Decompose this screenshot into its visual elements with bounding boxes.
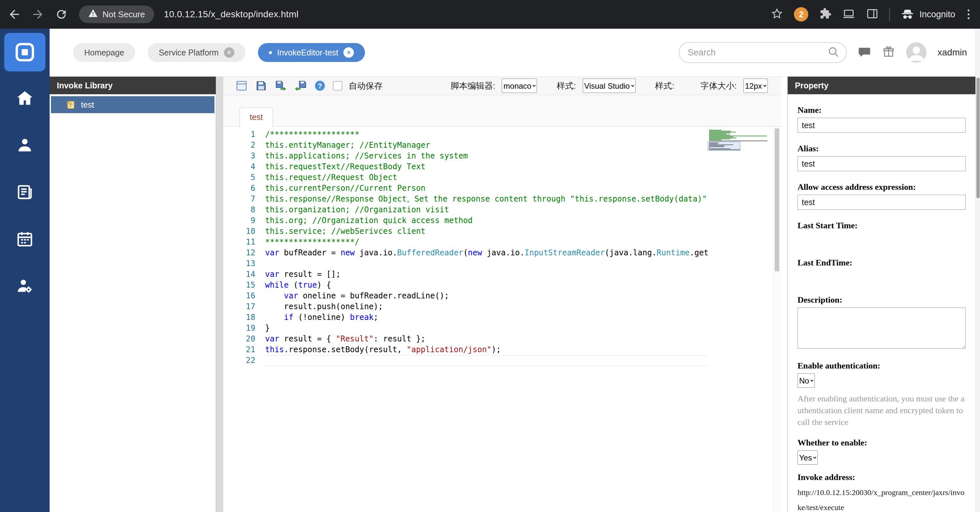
line-number: 22: [223, 355, 265, 366]
code-line[interactable]: 2this.entityManager; //EntityManager: [223, 140, 781, 151]
code-line[interactable]: 6this.currentPerson//Current Person: [223, 183, 781, 194]
script-icon: [65, 100, 76, 110]
enable-auth-select[interactable]: No: [797, 373, 815, 388]
tab-homepage[interactable]: Homepage: [73, 43, 135, 62]
last-start-time-label: Last Start Time:: [797, 221, 966, 231]
sidebar-item-calendar[interactable]: [16, 230, 34, 248]
code-line[interactable]: 14var result = [];: [223, 269, 781, 280]
search-input[interactable]: [688, 48, 827, 58]
line-number: 19: [223, 323, 265, 334]
library-item-label: test: [81, 100, 94, 109]
sidebar-item-home[interactable]: [16, 89, 34, 107]
style-select[interactable]: Visual Studio: [583, 79, 636, 93]
search-icon[interactable]: [827, 46, 840, 59]
code-line[interactable]: 11*******************/: [223, 237, 781, 247]
editor-tab-test[interactable]: test: [240, 108, 273, 127]
tab-service-platform[interactable]: Service Platform ×: [148, 43, 245, 62]
svg-text:?: ?: [318, 82, 322, 90]
code-line[interactable]: 20var result = { "Result": result };: [223, 334, 781, 344]
autosave-checkbox[interactable]: [333, 81, 342, 90]
editor-tab-label: test: [250, 113, 263, 122]
property-panel: Property Name: Alias: Allow access addre…: [788, 77, 975, 512]
code-line[interactable]: 15while (true) {: [223, 280, 781, 290]
line-number: 7: [223, 194, 265, 204]
line-number: 10: [223, 226, 265, 237]
code-editor[interactable]: 1/*******************2this.entityManager…: [223, 127, 781, 512]
username[interactable]: xadmin: [937, 47, 967, 58]
code-line[interactable]: 9this.org; //Organization quick access m…: [223, 215, 781, 226]
page-scrollbar-thumb[interactable]: [977, 78, 980, 198]
gift-icon[interactable]: [882, 45, 895, 60]
code-line[interactable]: 1/*******************: [223, 129, 781, 140]
sidebar-item-contacts[interactable]: [16, 136, 34, 154]
name-field[interactable]: [797, 118, 966, 133]
editor-scrollbar-thumb[interactable]: [775, 128, 779, 271]
sidebar-item-documents[interactable]: [16, 183, 34, 201]
app-logo[interactable]: [4, 33, 45, 71]
line-number: 8: [223, 204, 265, 215]
back-icon[interactable]: [5, 5, 24, 24]
not-secure-badge[interactable]: Not Secure: [79, 6, 154, 23]
browser-menu-icon[interactable]: [966, 8, 972, 21]
code-line[interactable]: 18 if (!oneline) break;: [223, 312, 781, 323]
url-bar[interactable]: 10.0.12.15/x_desktop/index.html: [164, 9, 298, 19]
side-panel-icon[interactable]: [866, 7, 879, 22]
page: Not Secure 10.0.12.15/x_desktop/index.ht…: [0, 0, 980, 512]
tab-invoke-editor-test[interactable]: InvokeEditor-test ×: [258, 43, 365, 62]
code-line[interactable]: 4this.requestText//RequestBody Text: [223, 162, 781, 172]
minimap-slider[interactable]: [708, 141, 740, 151]
code-line[interactable]: 17 result.push(oneline);: [223, 301, 781, 312]
whether-enable-select[interactable]: Yes: [797, 450, 818, 465]
library-item-test[interactable]: test: [51, 96, 215, 113]
save-icon[interactable]: [255, 79, 268, 92]
script-editor-select[interactable]: monaco: [502, 79, 537, 93]
font-size-select[interactable]: 12px: [743, 79, 768, 93]
invoke-address-label: Invoke address:: [797, 472, 966, 482]
editor-scrollbar[interactable]: [773, 127, 781, 512]
code-line[interactable]: 3this.applications; //Services in the sy…: [223, 151, 781, 162]
code-line[interactable]: 12var bufReader = new java.io.BufferedRe…: [223, 247, 781, 258]
code-line[interactable]: 5this.request//Request Object: [223, 172, 781, 183]
app-sidebar: [0, 29, 49, 512]
minimap[interactable]: [708, 127, 773, 512]
import-icon[interactable]: [294, 79, 307, 92]
new-document-icon[interactable]: [235, 79, 248, 92]
code-line[interactable]: 7this.response//Response Object。Set the …: [223, 194, 781, 204]
panel-splitter[interactable]: [216, 77, 223, 512]
help-icon[interactable]: ?: [313, 79, 326, 92]
code-line[interactable]: 8this.organization; //Organization visit: [223, 204, 781, 215]
alias-field[interactable]: [797, 156, 966, 171]
export-icon[interactable]: [274, 79, 287, 92]
chat-icon[interactable]: [858, 45, 871, 60]
extension-badge[interactable]: 2: [794, 7, 808, 22]
autosave-label: 自动保存: [348, 80, 383, 92]
close-icon[interactable]: ×: [224, 47, 234, 58]
code-line[interactable]: 10this.service; //webSerivces client: [223, 226, 781, 237]
code-lines: 1/*******************2this.entityManager…: [223, 127, 781, 366]
avatar[interactable]: [906, 43, 926, 63]
reload-icon[interactable]: [52, 5, 70, 24]
style-label-2: 样式:: [655, 80, 675, 92]
description-textarea[interactable]: [797, 308, 966, 349]
forward-icon[interactable]: [29, 5, 47, 24]
tab-label: Homepage: [84, 48, 124, 57]
sidebar-item-admin[interactable]: [16, 277, 34, 295]
allow-access-field[interactable]: [797, 195, 966, 210]
invoke-address-value: http://10.0.12.15:20030/x_program_center…: [797, 485, 966, 512]
page-scrollbar[interactable]: [975, 29, 980, 512]
code-line[interactable]: 16 var oneline = bufReader.readLine();: [223, 290, 781, 301]
line-number: 12: [223, 247, 265, 258]
code-line[interactable]: 21this.response.setBody(result, "applica…: [223, 344, 781, 355]
bookmark-star-icon[interactable]: [770, 7, 783, 22]
close-icon[interactable]: ×: [344, 47, 354, 58]
code-line[interactable]: 22: [223, 355, 781, 366]
line-number: 20: [223, 334, 265, 344]
cast-device-icon[interactable]: [842, 7, 855, 22]
style-label: 样式:: [557, 80, 576, 92]
extensions-puzzle-icon[interactable]: [819, 7, 832, 22]
documents-icon: [16, 183, 33, 201]
code-line[interactable]: 13: [223, 258, 781, 269]
code-line[interactable]: 19}: [223, 323, 781, 334]
incognito-indicator[interactable]: Incognito: [900, 7, 955, 22]
line-number: 18: [223, 312, 265, 323]
